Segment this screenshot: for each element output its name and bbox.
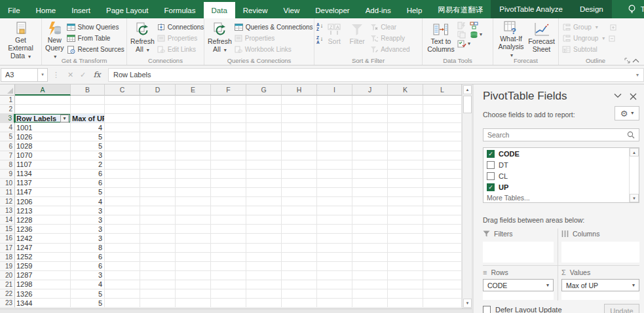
cell[interactable]	[140, 197, 176, 206]
cell[interactable]: 1259	[15, 262, 71, 271]
cell[interactable]	[246, 206, 282, 215]
cell[interactable]	[423, 197, 462, 206]
enter-button[interactable]: ✓	[77, 71, 89, 79]
cell[interactable]	[176, 123, 211, 132]
grid-vertical-scrollbar[interactable]: ▲ ▼	[462, 84, 472, 308]
cell[interactable]	[282, 132, 317, 141]
cell[interactable]: 1107	[15, 160, 71, 170]
cell[interactable]	[423, 299, 462, 308]
cell[interactable]: Row Labels▾	[15, 114, 71, 123]
cell[interactable]	[105, 280, 140, 289]
cell[interactable]	[105, 160, 140, 170]
scrollbar-thumb[interactable]	[463, 96, 472, 113]
cell[interactable]	[140, 262, 176, 271]
flash-fill-icon[interactable]	[457, 22, 466, 29]
cell[interactable]	[105, 234, 140, 243]
cell[interactable]	[317, 123, 352, 132]
row-header-6[interactable]: 6	[0, 141, 15, 151]
cell[interactable]	[352, 244, 388, 253]
cell[interactable]	[105, 170, 140, 179]
cell[interactable]	[211, 244, 246, 253]
cell[interactable]	[388, 215, 423, 225]
row-header-7[interactable]: 7	[0, 151, 15, 160]
row-header-20[interactable]: 20	[0, 271, 15, 280]
cell[interactable]	[176, 114, 211, 123]
row-header-14[interactable]: 14	[0, 215, 15, 225]
sort-button[interactable]: ZA Sort	[323, 20, 345, 56]
show-detail-icon[interactable]	[610, 24, 618, 31]
row-header-8[interactable]: 8	[0, 160, 15, 170]
tab-insert[interactable]: Insert	[64, 2, 98, 18]
cell[interactable]	[211, 160, 246, 170]
cell[interactable]: 1028	[15, 141, 71, 151]
cell[interactable]: 6	[71, 170, 105, 179]
cell[interactable]	[140, 253, 176, 262]
cell[interactable]: 1213	[15, 206, 71, 215]
cell[interactable]	[211, 215, 246, 225]
refresh-all-button[interactable]: Refresh All ▾	[129, 20, 156, 56]
cell[interactable]	[211, 206, 246, 215]
values-field-pill[interactable]: Max of UP ▾	[561, 279, 639, 291]
row-header-1[interactable]: 1	[0, 96, 15, 105]
cell[interactable]	[317, 114, 352, 123]
cell[interactable]	[423, 160, 462, 170]
cell[interactable]	[317, 253, 352, 262]
from-table-button[interactable]: From Table	[66, 33, 126, 44]
cell[interactable]	[423, 215, 462, 225]
cell[interactable]	[352, 188, 388, 197]
cell[interactable]	[388, 299, 423, 308]
cell[interactable]	[211, 299, 246, 308]
cell[interactable]	[176, 225, 211, 234]
cell[interactable]	[317, 179, 352, 188]
show-queries-button[interactable]: Show Queries	[66, 22, 126, 33]
cell[interactable]: 3	[71, 271, 105, 280]
cell[interactable]	[140, 132, 176, 141]
cell[interactable]	[352, 132, 388, 141]
hide-detail-icon[interactable]	[609, 35, 616, 42]
cell[interactable]	[352, 114, 388, 123]
cell[interactable]	[140, 299, 176, 308]
cell[interactable]: 4	[71, 123, 105, 132]
cell[interactable]	[105, 96, 140, 105]
cell[interactable]	[246, 253, 282, 262]
advanced-filter-button[interactable]: Advanced	[369, 44, 411, 55]
cell[interactable]	[246, 160, 282, 170]
cell[interactable]	[140, 160, 176, 170]
data-validation-button[interactable]: ▾	[457, 40, 482, 48]
cell[interactable]	[246, 179, 282, 188]
cell[interactable]	[352, 234, 388, 243]
pane-close-icon[interactable]	[630, 93, 637, 100]
cell[interactable]	[140, 289, 176, 299]
cell[interactable]	[317, 225, 352, 234]
cell[interactable]	[388, 105, 423, 114]
cell[interactable]	[176, 170, 211, 179]
insert-function-button[interactable]: fx	[89, 70, 105, 79]
cell[interactable]	[388, 197, 423, 206]
cell[interactable]	[211, 197, 246, 206]
pane-chevron-down-icon[interactable]	[614, 93, 622, 98]
field-item-up[interactable]: ✓UP	[483, 181, 639, 193]
row-header-9[interactable]: 9	[0, 170, 15, 179]
cell[interactable]	[176, 215, 211, 225]
row-header-15[interactable]: 15	[0, 225, 15, 234]
cell[interactable]	[352, 197, 388, 206]
column-header-J[interactable]: J	[352, 84, 388, 96]
cell[interactable]	[140, 188, 176, 197]
cell[interactable]: 1001	[15, 123, 71, 132]
column-header-K[interactable]: K	[388, 84, 423, 96]
cell[interactable]	[246, 114, 282, 123]
cell[interactable]	[105, 253, 140, 262]
cell[interactable]: 1026	[15, 132, 71, 141]
cell[interactable]: 3	[71, 234, 105, 243]
cell[interactable]	[176, 160, 211, 170]
cell[interactable]	[423, 179, 462, 188]
cell[interactable]	[352, 280, 388, 289]
cell[interactable]	[211, 179, 246, 188]
cell[interactable]	[105, 188, 140, 197]
cell[interactable]: 1287	[15, 271, 71, 280]
row-header-4[interactable]: 4	[0, 123, 15, 132]
cell[interactable]	[423, 141, 462, 151]
row-header-3[interactable]: 3	[0, 114, 15, 123]
cell[interactable]: 5	[71, 132, 105, 141]
tab-网易有道翻译[interactable]: 网易有道翻译	[430, 2, 491, 18]
